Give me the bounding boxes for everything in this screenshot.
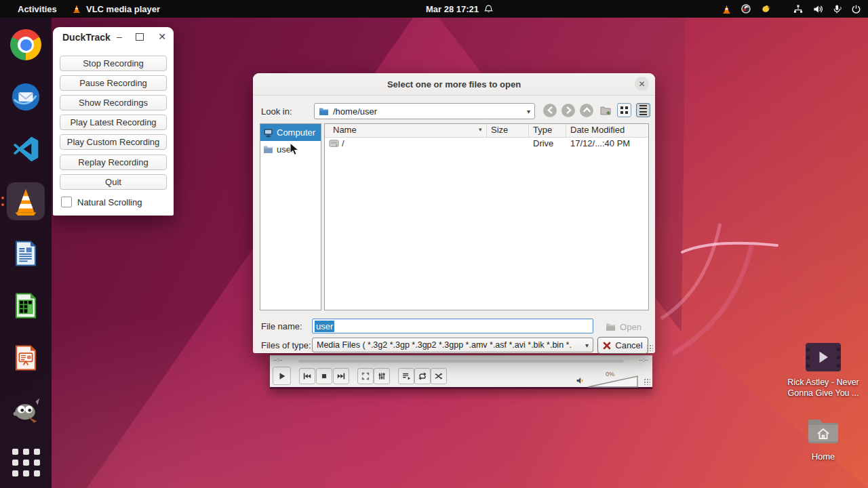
open-button[interactable]: Open [597,318,650,336]
activities-label: Activities [18,4,57,14]
icon-view-button[interactable] [617,103,631,117]
desktop-icon-video[interactable]: Rick Astley - Never Gonna Give You ... [777,343,868,399]
file-list-header: Name ▾ Size Type Date Modified [325,124,648,138]
vscode-icon [11,134,41,164]
checkbox-label: Natural Scrolling [77,197,142,207]
dock-item-vlc[interactable] [7,182,45,220]
vlc-next-button[interactable] [333,368,349,384]
close-button[interactable]: ✕ [156,30,168,43]
vlc-shuffle-button[interactable] [431,368,447,384]
clock-menu[interactable]: Mar 28 17:21 [426,0,493,18]
vlc-time-total: --:-- [639,357,648,363]
vlc-icon [10,186,41,217]
cancel-button[interactable]: Cancel [597,337,648,354]
dock-item-thunderbird[interactable] [7,78,45,116]
vlc-equalizer-button[interactable] [374,368,390,384]
parent-folder-button[interactable] [580,104,593,117]
tray-volume-icon[interactable] [812,4,823,14]
vlc-volume-slider[interactable] [587,375,639,388]
dialog-resize-grip[interactable] [646,344,653,351]
dock-item-chrome[interactable] [7,26,45,64]
column-header-type[interactable]: Type [533,125,552,135]
desktop-icon-home[interactable]: Home [777,416,868,463]
sidebar-item-computer[interactable]: Computer [260,124,321,141]
folder-icon [263,145,273,154]
checkbox-box[interactable] [61,197,72,207]
tray-vlc-icon[interactable] [722,4,732,14]
vlc-previous-button[interactable] [299,368,315,384]
vlc-play-button[interactable] [273,367,291,385]
new-folder-button[interactable] [598,103,612,117]
look-in-combobox[interactable]: /home/user ▾ [314,103,535,119]
column-header-name[interactable]: Name [333,125,357,135]
quit-button[interactable]: Quit [60,174,167,190]
maximize-button[interactable] [136,33,144,41]
chrome-icon [10,29,41,60]
replay-recording-button[interactable]: Replay Recording [60,155,167,170]
pause-recording-button[interactable]: Pause Recording [60,75,167,91]
button-label: Stop Recording [83,58,144,68]
tray-microphone-icon[interactable] [832,4,842,14]
vlc-cone-icon [72,4,81,14]
top-bar: Activities VLC media player Mar 28 17:21 [0,0,868,18]
vlc-fullscreen-button[interactable] [357,368,374,384]
button-label: Replay Recording [78,157,148,167]
button-label: Play Custom Recording [67,137,160,147]
dock [0,18,52,488]
vlc-seek-slider[interactable] [298,360,624,363]
dock-item-libreoffice-calc[interactable] [7,287,45,325]
writer-icon [12,239,40,268]
dialog-close-button[interactable]: ✕ [635,77,649,91]
look-in-label: Look in: [261,106,292,117]
button-label: Play Latest Recording [70,117,156,127]
minimize-button[interactable]: – [113,31,125,43]
show-recordings-button[interactable]: Show Recordings [60,95,167,110]
dialog-titlebar[interactable]: Select one or more files to open [253,73,655,96]
filmstrip-sprockets [806,343,810,371]
file-name-label: File name: [261,321,302,331]
vlc-loop-button[interactable] [414,368,431,384]
dock-item-libreoffice-writer[interactable] [7,235,45,272]
tray-obs-icon[interactable] [741,3,751,14]
look-in-value: /home/user [333,106,523,117]
vlc-stop-button[interactable] [316,368,332,384]
column-header-size[interactable]: Size [491,125,508,135]
running-indicator-dots [1,197,4,206]
file-name-cell: / [342,138,344,148]
screen: Rick Astley - Never Gonna Give You ... H… [0,0,868,488]
file-type-cell: Drive [533,138,553,148]
column-header-modified[interactable]: Date Modified [570,125,625,135]
play-glyph-icon [816,350,831,365]
tray-power-icon[interactable] [851,4,861,14]
activities-button[interactable]: Activities [14,0,61,18]
vlc-resize-grip[interactable] [644,378,650,385]
natural-scrolling-checkbox[interactable]: Natural Scrolling [61,197,142,207]
dialog-title: Select one or more files to open [387,79,521,89]
vlc-playlist-button[interactable] [398,368,414,384]
file-type-combobox[interactable]: Media Files ( *.3g2 *.3gp *.3gp2 *.3gpp … [312,338,593,352]
back-button[interactable] [543,104,557,117]
grid-view-icon [620,106,628,114]
tray-network-icon[interactable] [793,4,804,14]
computer-icon [263,128,273,138]
play-custom-recording-button[interactable]: Play Custom Recording [60,134,167,150]
file-name-input[interactable]: user [312,319,593,333]
dock-item-gimp[interactable] [7,391,45,429]
forward-button[interactable] [561,104,575,117]
ducktrack-window: DuckTrack – ✕ Stop Recording Pause Recor… [53,27,174,216]
dock-item-libreoffice-impress[interactable] [7,339,45,377]
tray-ducktrack-icon[interactable] [760,4,771,14]
dock-item-vscode[interactable] [7,130,45,168]
detail-view-button[interactable] [636,103,650,117]
play-latest-recording-button[interactable]: Play Latest Recording [60,115,167,130]
system-tray[interactable] [722,0,861,18]
dock-item-show-applications[interactable] [7,443,45,481]
minimize-icon: – [117,31,122,42]
stop-recording-button[interactable]: Stop Recording [60,56,167,71]
mouse-cursor [289,142,302,156]
vlc-volume-muted-icon[interactable] [576,376,585,385]
focused-app-menu[interactable]: VLC media player [72,0,160,18]
gimp-icon [11,395,41,425]
file-row[interactable]: / Drive 17/12/...:40 PM [325,137,648,150]
file-modified-cell: 17/12/...:40 PM [570,138,630,148]
